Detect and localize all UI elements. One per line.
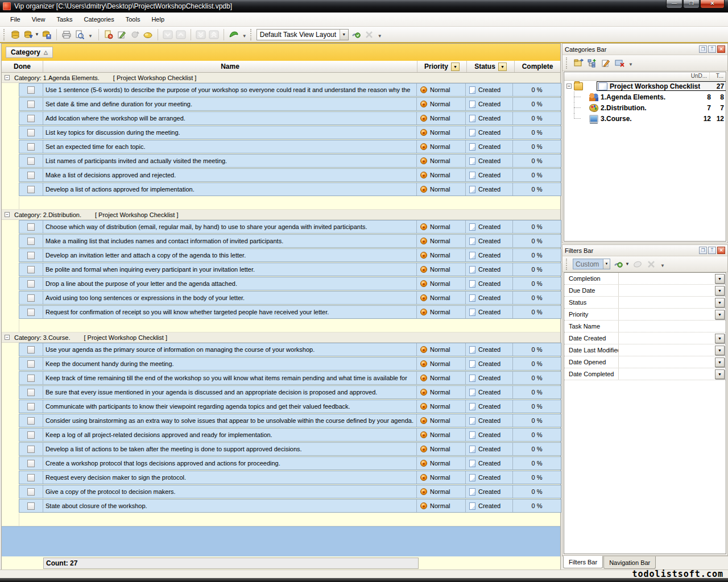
panel-restore-icon[interactable]: ❐ (699, 247, 707, 254)
task-row[interactable]: Set date & time and define duration for … (19, 97, 561, 111)
tab-navigation-bar[interactable]: Navigation Bar (603, 556, 656, 569)
task-row[interactable]: Create a workshop protocol that logs dec… (19, 456, 561, 470)
column-header-complete[interactable]: Complete (515, 61, 560, 72)
filter-row-dropdown[interactable]: ▼ (715, 298, 725, 307)
done-checkbox[interactable] (27, 86, 35, 94)
move-bottom-button[interactable] (195, 29, 206, 40)
column-header-priority[interactable]: Priority▼ (417, 61, 467, 72)
task-row[interactable]: Keep the document handy during the meeti… (19, 357, 561, 371)
task-row[interactable]: List names of participants invited and a… (19, 154, 561, 168)
done-checkbox[interactable] (27, 403, 35, 410)
new-database-button[interactable] (10, 29, 21, 40)
filter-row-dropdown[interactable]: ▼ (715, 346, 725, 355)
done-checkbox[interactable] (27, 129, 35, 136)
task-row[interactable]: Give a copy of the protocol to decision … (19, 485, 561, 498)
done-checkbox[interactable] (27, 309, 35, 316)
delete-category-button[interactable] (614, 57, 625, 69)
task-row[interactable]: Use 1 sentence (5-6 words) to describe t… (19, 83, 561, 97)
done-checkbox[interactable] (27, 238, 35, 245)
collapse-icon[interactable]: − (5, 335, 10, 340)
panel-pin-icon[interactable]: ⍑ (708, 247, 716, 254)
column-header-name[interactable]: Name (43, 61, 417, 72)
filter-row-dropdown[interactable]: ▼ (715, 286, 725, 296)
category-group-row[interactable]: − Category: 2.Distribution. [ Project Wo… (2, 210, 560, 220)
new-task-button[interactable] (103, 29, 114, 40)
filter-row-dropdown[interactable]: ▼ (715, 274, 725, 284)
done-checkbox[interactable] (27, 488, 35, 496)
task-row[interactable]: Make a mailing list that includes names … (19, 234, 561, 248)
layout-overflow[interactable]: ▼ (378, 34, 382, 39)
done-checkbox[interactable] (27, 375, 35, 382)
done-checkbox[interactable] (27, 294, 35, 302)
save-filter-button[interactable] (613, 259, 624, 270)
task-row[interactable]: Be sure that every issue mentioned in yo… (19, 385, 561, 399)
collapse-icon[interactable]: − (5, 75, 10, 80)
filter-preset-dropdown[interactable]: ▼ (603, 259, 610, 269)
done-checkbox[interactable] (27, 346, 35, 354)
menu-item-view[interactable]: View (26, 14, 51, 25)
tab-filters-bar[interactable]: Filters Bar (563, 556, 603, 568)
filter-row-dropdown[interactable]: ▼ (715, 334, 725, 343)
filter-row-dropdown[interactable]: ▼ (715, 369, 725, 379)
status-filter-dropdown[interactable]: ▼ (498, 63, 507, 71)
tree-collapse-icon[interactable]: − (566, 84, 572, 89)
task-row[interactable]: Keep track of time remaining till the en… (19, 371, 561, 385)
delete-task-button[interactable] (129, 29, 140, 40)
complete-task-button[interactable] (142, 29, 154, 40)
menu-item-help[interactable]: Help (146, 14, 170, 25)
print-group-overflow[interactable]: ▼ (88, 34, 93, 39)
tree-root-row[interactable]: − Project Workshop Checklist 27 27 (564, 81, 726, 92)
move-down-button[interactable] (162, 29, 173, 40)
task-row[interactable]: Make a list of decisions approved and re… (19, 168, 561, 182)
task-row[interactable]: Consider using brainstorming as an extra… (19, 414, 561, 427)
done-checkbox[interactable] (27, 186, 35, 193)
menu-item-categories[interactable]: Categories (78, 14, 120, 25)
notification-button[interactable] (228, 29, 239, 40)
save-layout-button[interactable] (350, 29, 362, 40)
done-checkbox[interactable] (27, 431, 35, 439)
task-row[interactable]: Develop a list of actions to be taken af… (19, 442, 561, 456)
tree-header-undone[interactable]: UnD... (684, 72, 710, 80)
task-row[interactable]: Be polite and formal when inquiring ever… (19, 263, 561, 276)
done-checkbox[interactable] (27, 280, 35, 288)
layout-combo-dropdown[interactable]: ▼ (340, 30, 348, 40)
task-row[interactable]: List key topics for discussion during th… (19, 126, 561, 139)
task-row[interactable]: State about closure of the workshop. Nor… (19, 499, 561, 513)
clear-filter-button[interactable] (632, 259, 643, 270)
panel-restore-icon[interactable]: ❐ (699, 45, 707, 53)
open-database-button[interactable] (23, 29, 34, 40)
delete-filter-button[interactable] (646, 259, 657, 270)
done-checkbox[interactable] (27, 223, 35, 231)
done-checkbox[interactable] (27, 502, 35, 510)
column-header-status[interactable]: Status▼ (467, 61, 515, 72)
filters-toolbar-overflow[interactable]: ▼ (660, 263, 665, 268)
edit-task-button[interactable] (116, 29, 127, 40)
save-filter-caret[interactable]: ▼ (625, 261, 630, 267)
done-checkbox[interactable] (27, 446, 35, 453)
filter-row-dropdown[interactable]: ▼ (715, 310, 725, 319)
done-checkbox[interactable] (27, 143, 35, 151)
done-checkbox[interactable] (27, 417, 35, 425)
done-checkbox[interactable] (27, 101, 35, 108)
done-checkbox[interactable] (27, 460, 35, 467)
close-button[interactable]: ✕ (700, 0, 725, 9)
done-checkbox[interactable] (27, 252, 35, 259)
menu-item-file[interactable]: File (5, 14, 26, 25)
done-checkbox[interactable] (27, 266, 35, 273)
add-category-button[interactable] (586, 57, 598, 69)
layout-combo[interactable]: Default Task View Layout ▼ (257, 29, 349, 40)
done-checkbox[interactable] (27, 389, 35, 396)
save-database-button[interactable] (41, 29, 52, 40)
delete-layout-button[interactable] (363, 29, 375, 40)
move-top-button[interactable] (208, 29, 220, 40)
task-row[interactable]: Request for confirmation of receipt so y… (19, 305, 561, 319)
tree-category-item[interactable]: 1.Agenda Elements. 8 8 (564, 92, 726, 102)
task-row[interactable]: Add location where the workshop will be … (19, 111, 561, 125)
menu-item-tools[interactable]: Tools (120, 14, 146, 25)
task-row[interactable]: Use your agenda as the primary source of… (19, 343, 561, 356)
task-row[interactable]: Choose which way of distribution (email,… (19, 220, 561, 234)
restore-button[interactable]: ❐ (683, 0, 700, 9)
task-row[interactable]: Avoid using too long sentences or expres… (19, 291, 561, 305)
notification-overflow[interactable]: ▼ (242, 34, 247, 39)
tree-category-item[interactable]: 3.Course. 12 12 (564, 113, 726, 124)
